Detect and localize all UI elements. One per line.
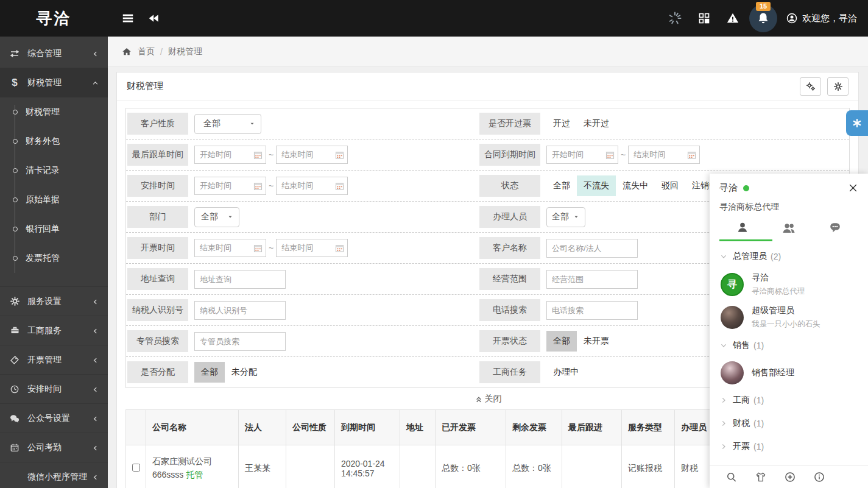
- topbar-right: 15 欢迎您，寻洽: [668, 4, 868, 32]
- chevron-left-icon: [91, 384, 99, 394]
- sidebar-subitem-finance-tax[interactable]: 财税管理: [0, 97, 108, 127]
- schedule-start-date-input[interactable]: 开始时间: [194, 177, 266, 195]
- address-search-input[interactable]: [194, 270, 286, 289]
- gear-icon: [9, 296, 21, 306]
- taxpayer-id-input[interactable]: [194, 301, 286, 320]
- sidebar-item-invoicing[interactable]: 开票管理: [0, 345, 108, 375]
- contract-expire-start-date-input[interactable]: 开始时间: [546, 146, 618, 164]
- filter-label: 经营范围: [479, 268, 540, 290]
- row-checkbox[interactable]: [132, 464, 140, 472]
- user-menu[interactable]: 欢迎您，寻洽: [786, 12, 857, 24]
- collapse-left-icon[interactable]: [148, 12, 160, 24]
- tax-officer-search-input[interactable]: [194, 332, 286, 351]
- chip-task-processing[interactable]: 办理中: [546, 362, 585, 383]
- gear-icon: [833, 82, 843, 91]
- shirt-icon[interactable]: [755, 471, 767, 483]
- sidebar-item-service-settings[interactable]: 服务设置: [0, 287, 108, 316]
- caret-down-icon: [249, 120, 256, 127]
- settings-button[interactable]: [827, 77, 849, 96]
- column-settings-button[interactable]: [800, 77, 821, 96]
- sidebar-subitem-finance-outsourcing[interactable]: 财务外包: [0, 127, 108, 156]
- calendar-icon: [253, 182, 263, 191]
- group-invoicing[interactable]: 开票 (1): [710, 435, 868, 458]
- last-follow-end-date-input[interactable]: 结束时间: [276, 146, 348, 164]
- sidebar-item-business-services[interactable]: 工商服务: [0, 316, 108, 345]
- user-circle-icon: [786, 12, 798, 24]
- filter-label: 客户名称: [479, 237, 540, 259]
- chip-assigned-all[interactable]: 全部: [194, 362, 225, 383]
- col-address: 地址: [400, 410, 436, 445]
- group-admins[interactable]: 总管理员 (2): [710, 245, 868, 268]
- chip-invoiced[interactable]: 开过: [546, 113, 577, 134]
- calendar-icon: [253, 150, 263, 160]
- menu-icon[interactable]: [121, 12, 135, 25]
- sidebar-subitem-invoice-custody[interactable]: 发票托管: [0, 244, 108, 273]
- sidebar-item-general[interactable]: 综合管理: [0, 39, 108, 68]
- invoice-time-end-input[interactable]: 结束时间: [276, 239, 348, 257]
- contract-expire-end-date-input[interactable]: 结束时间: [628, 146, 700, 164]
- chip-unassigned[interactable]: 未分配: [225, 362, 264, 383]
- phone-search-input[interactable]: [546, 301, 638, 320]
- invoices-issued-cell: 总数：0张: [436, 445, 506, 488]
- sidebar-item-schedule[interactable]: 安排时间: [0, 375, 108, 404]
- chevron-down-icon: [719, 341, 728, 350]
- chat-member[interactable]: 超级管理员 我是一只小小的石头: [710, 301, 868, 334]
- filter-label: 地址查询: [127, 268, 188, 290]
- sidebar-item-mini-program[interactable]: 微信小程序管理: [0, 462, 108, 488]
- chat-member[interactable]: 销售部经理: [710, 357, 868, 389]
- home-icon[interactable]: [121, 46, 132, 57]
- group-finance[interactable]: 财税 (1): [710, 412, 868, 435]
- avatar: [721, 306, 744, 329]
- quick-actions-fab[interactable]: [846, 110, 868, 136]
- sidebar-item-official-account[interactable]: 公众号设置: [0, 404, 108, 433]
- calendar-icon: [687, 150, 696, 160]
- business-scope-input[interactable]: [546, 270, 638, 289]
- col-legal-person: 法人: [239, 410, 286, 445]
- chip-invoice-status-none[interactable]: 未开票: [577, 331, 616, 352]
- department-select[interactable]: 全部: [194, 207, 239, 227]
- tab-groups[interactable]: [766, 221, 812, 235]
- warning-icon[interactable]: [726, 12, 739, 25]
- filter-label: 开票状态: [479, 330, 540, 352]
- dollar-icon: $: [9, 77, 21, 89]
- last-follow-cell: [562, 445, 622, 488]
- sidebar-subitem-original-documents[interactable]: 原始单据: [0, 185, 108, 214]
- group-business[interactable]: 工商 (1): [710, 389, 868, 412]
- notifications-button[interactable]: 15: [749, 4, 777, 32]
- calendar-icon: [335, 150, 344, 160]
- info-icon[interactable]: [813, 471, 825, 483]
- add-icon[interactable]: [784, 471, 796, 483]
- group-sales[interactable]: 销售 (1): [710, 334, 868, 357]
- company-cell[interactable]: 石家庄测试公司 666ssss托管: [146, 445, 239, 488]
- chip-status-losing[interactable]: 流失中: [616, 175, 655, 196]
- tag-icon: [9, 355, 21, 365]
- schedule-end-date-input[interactable]: 结束时间: [276, 177, 348, 195]
- close-icon[interactable]: [848, 183, 858, 193]
- chip-status-rejected[interactable]: 驳回: [655, 175, 685, 196]
- chip-status-not-lost[interactable]: 不流失: [577, 175, 616, 196]
- chevron-left-icon: [91, 49, 99, 58]
- invoice-time-start-input[interactable]: 结束时间: [194, 239, 266, 257]
- chip-invoice-status-all[interactable]: 全部: [546, 331, 577, 352]
- sidebar-item-finance-tax[interactable]: $ 财税管理: [0, 68, 108, 97]
- sidebar-subitem-card-clear-records[interactable]: 清卡记录: [0, 156, 108, 185]
- chip-not-invoiced[interactable]: 未开过: [577, 113, 616, 134]
- customer-nature-select[interactable]: 全部: [194, 114, 261, 134]
- tab-contacts[interactable]: [719, 221, 766, 235]
- active-tab-underline: [719, 239, 772, 241]
- sidebar-item-attendance[interactable]: 公司考勤: [0, 433, 108, 462]
- col-company-name: 公司名称: [146, 410, 239, 445]
- chip-status-all[interactable]: 全部: [546, 175, 577, 196]
- caret-down-icon: [573, 213, 580, 221]
- search-icon[interactable]: [725, 471, 738, 483]
- handler-select[interactable]: 全部: [546, 207, 585, 227]
- breadcrumb-home[interactable]: 首页: [138, 46, 155, 57]
- customer-name-input[interactable]: [546, 239, 638, 258]
- last-follow-start-date-input[interactable]: 开始时间: [194, 146, 266, 164]
- chat-member[interactable]: 寻 寻洽 寻洽商标总代理: [710, 268, 868, 301]
- sidebar-subitem-bank-receipts[interactable]: 银行回单: [0, 214, 108, 244]
- caret-down-icon: [227, 213, 234, 221]
- tab-messages[interactable]: [812, 221, 858, 235]
- qr-code-icon[interactable]: [698, 12, 710, 24]
- col-invoices-issued: 已开发票: [436, 410, 506, 445]
